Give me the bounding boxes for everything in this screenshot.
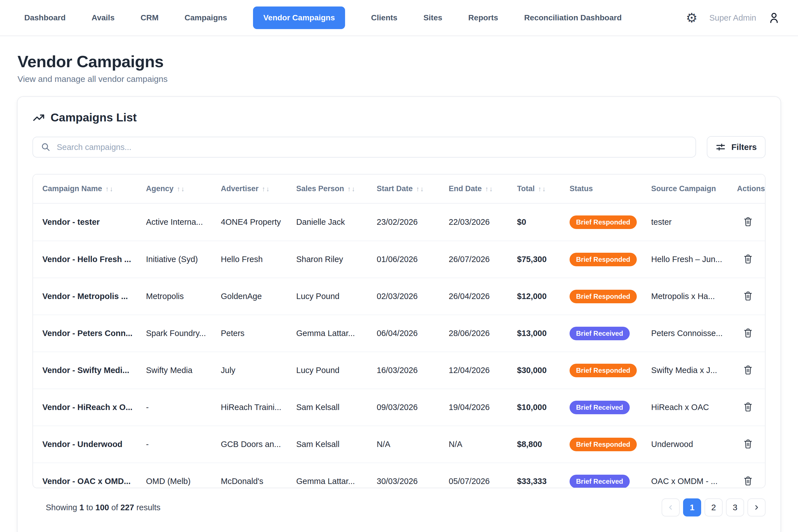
page-header: Vendor Campaigns View and manage all ven… <box>0 36 798 84</box>
agency-cell: Metropolis <box>146 292 221 301</box>
page-button-1[interactable]: 1 <box>683 498 701 516</box>
advertiser-cell: GoldenAge <box>221 292 296 301</box>
source-campaign-cell: Swifty Media x J... <box>651 366 737 375</box>
end-date-cell: 26/07/2026 <box>449 255 517 264</box>
column-header-status: Status <box>570 184 651 193</box>
next-page-button[interactable] <box>747 498 765 516</box>
status-badge: Brief Received <box>570 327 630 340</box>
delete-button[interactable] <box>742 252 754 265</box>
sort-arrows-icon[interactable]: ↑↓ <box>485 185 494 193</box>
column-header-sales-person[interactable]: Sales Person↑↓ <box>296 184 377 193</box>
nav-item-vendor-campaigns[interactable]: Vendor Campaigns <box>253 6 345 29</box>
status-cell: Brief Responded <box>570 364 651 377</box>
top-navigation: DashboardAvailsCRMCampaignsVendor Campai… <box>0 0 798 36</box>
total-cell: $30,000 <box>517 366 570 375</box>
table-row[interactable]: Vendor - Hello Fresh ...Initiative (Syd)… <box>33 241 765 278</box>
filters-label: Filters <box>732 142 757 152</box>
sort-arrows-icon[interactable]: ↑↓ <box>416 185 425 193</box>
agency-cell: OMD (Melb) <box>146 477 221 486</box>
column-label: Campaign Name <box>42 184 102 193</box>
trending-up-icon <box>33 112 45 124</box>
source-campaign-cell: HiReach x OAC <box>651 403 737 412</box>
trash-icon <box>743 216 753 227</box>
nav-item-crm[interactable]: CRM <box>140 13 159 22</box>
search-input[interactable] <box>57 137 688 157</box>
page-button-2[interactable]: 2 <box>705 498 723 516</box>
delete-button[interactable] <box>742 363 754 376</box>
page-button-3[interactable]: 3 <box>726 498 744 516</box>
total-cell: $13,000 <box>517 329 570 338</box>
advertiser-cell: McDonald's <box>221 477 296 486</box>
start-date-cell: N/A <box>377 440 449 449</box>
campaign-name-cell: Vendor - Swifty Medi... <box>33 366 146 375</box>
agency-cell: - <box>146 403 221 412</box>
sales-person-cell: Gemma Lattar... <box>296 477 377 486</box>
user-role-label: Super Admin <box>709 13 756 23</box>
settings-gear-icon[interactable]: ⚙ <box>686 11 698 24</box>
nav-item-clients[interactable]: Clients <box>371 13 397 22</box>
column-header-advertiser[interactable]: Advertiser↑↓ <box>221 184 296 193</box>
end-date-cell: 12/04/2026 <box>449 366 517 375</box>
delete-button[interactable] <box>742 326 754 339</box>
sort-arrows-icon[interactable]: ↑↓ <box>262 185 270 193</box>
previous-page-button[interactable] <box>662 498 680 516</box>
total-cell: $75,300 <box>517 255 570 264</box>
column-header-agency[interactable]: Agency↑↓ <box>146 184 221 193</box>
sales-person-cell: Sam Kelsall <box>296 403 377 412</box>
status-cell: Brief Responded <box>570 215 651 229</box>
status-badge: Brief Received <box>570 401 630 414</box>
column-label: End Date <box>449 184 482 193</box>
sales-person-cell: Danielle Jack <box>296 217 377 227</box>
delete-button[interactable] <box>742 289 754 302</box>
filters-icon <box>716 142 726 152</box>
sort-arrows-icon[interactable]: ↑↓ <box>106 185 114 193</box>
end-date-cell: 26/04/2026 <box>449 292 517 301</box>
sort-arrows-icon[interactable]: ↑↓ <box>177 185 186 193</box>
nav-item-reconciliation-dashboard[interactable]: Reconciliation Dashboard <box>524 13 622 22</box>
column-header-campaign-name[interactable]: Campaign Name↑↓ <box>33 184 146 193</box>
actions-cell <box>737 326 765 340</box>
start-date-cell: 09/03/2026 <box>377 403 449 412</box>
campaigns-card: Campaigns List Filters Campaign Name↑↓Ag… <box>17 96 781 532</box>
end-date-cell: 19/04/2026 <box>449 403 517 412</box>
column-header-total[interactable]: Total↑↓ <box>517 184 570 193</box>
advertiser-cell: HiReach Traini... <box>221 403 296 412</box>
status-cell: Brief Responded <box>570 253 651 266</box>
table-row[interactable]: Vendor - Swifty Medi...Swifty MediaJulyL… <box>33 352 765 388</box>
status-cell: Brief Received <box>570 327 651 340</box>
delete-button[interactable] <box>742 474 754 488</box>
delete-button[interactable] <box>742 215 754 228</box>
start-date-cell: 23/02/2026 <box>377 217 449 227</box>
column-header-start-date[interactable]: Start Date↑↓ <box>377 184 449 193</box>
table-row[interactable]: Vendor - testerActive Interna...4ONE4 Pr… <box>33 204 765 241</box>
table-row[interactable]: Vendor - OAC x OMD...OMD (Melb)McDonald'… <box>33 462 765 488</box>
table-row[interactable]: Vendor - Underwood-GCB Doors an...Sam Ke… <box>33 425 765 462</box>
end-date-cell: 22/03/2026 <box>449 217 517 227</box>
start-date-cell: 16/03/2026 <box>377 366 449 375</box>
sort-arrows-icon[interactable]: ↑↓ <box>538 185 547 193</box>
filters-button[interactable]: Filters <box>707 136 765 158</box>
table-row[interactable]: Vendor - Peters Conn...Spark Foundry...P… <box>33 315 765 352</box>
nav-item-sites[interactable]: Sites <box>423 13 442 22</box>
sales-person-cell: Sharon Riley <box>296 255 377 264</box>
source-campaign-cell: Hello Fresh – Jun... <box>651 255 737 264</box>
search-row: Filters <box>18 136 780 158</box>
table-row[interactable]: Vendor - HiReach x O...-HiReach Traini..… <box>33 388 765 425</box>
nav-items: DashboardAvailsCRMCampaignsVendor Campai… <box>24 6 622 29</box>
results-summary: Showing 1 to 100 of 227 results <box>46 503 160 512</box>
delete-button[interactable] <box>742 437 754 450</box>
nav-item-reports[interactable]: Reports <box>468 13 498 22</box>
delete-button[interactable] <box>742 400 754 413</box>
end-date-cell: 05/07/2026 <box>449 477 517 486</box>
nav-item-avails[interactable]: Avails <box>92 13 114 22</box>
agency-cell: - <box>146 440 221 449</box>
user-icon[interactable] <box>768 12 780 24</box>
status-cell: Brief Responded <box>570 438 651 451</box>
campaign-name-cell: Vendor - Metropolis ... <box>33 292 146 301</box>
actions-cell <box>737 252 765 266</box>
sort-arrows-icon[interactable]: ↑↓ <box>348 185 356 193</box>
table-row[interactable]: Vendor - Metropolis ...MetropolisGoldenA… <box>33 278 765 315</box>
column-header-end-date[interactable]: End Date↑↓ <box>449 184 517 193</box>
nav-item-campaigns[interactable]: Campaigns <box>184 13 227 22</box>
nav-item-dashboard[interactable]: Dashboard <box>24 13 65 22</box>
